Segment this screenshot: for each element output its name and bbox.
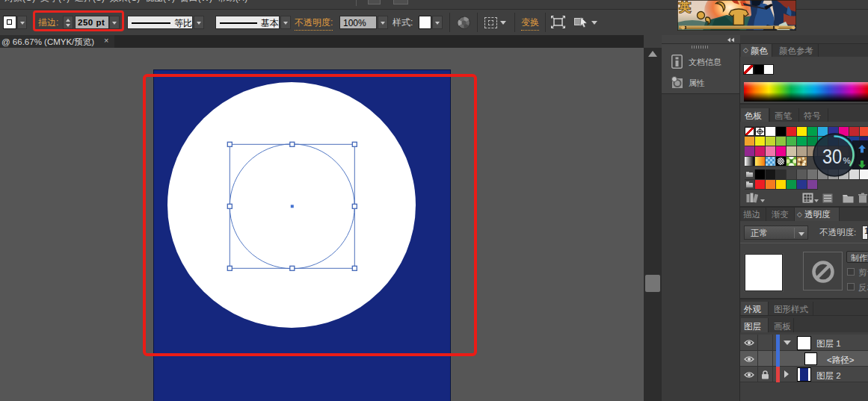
svg-text:英: 英: [678, 1, 691, 13]
svg-text:%: %: [843, 156, 851, 165]
svg-text:30: 30: [822, 145, 842, 168]
